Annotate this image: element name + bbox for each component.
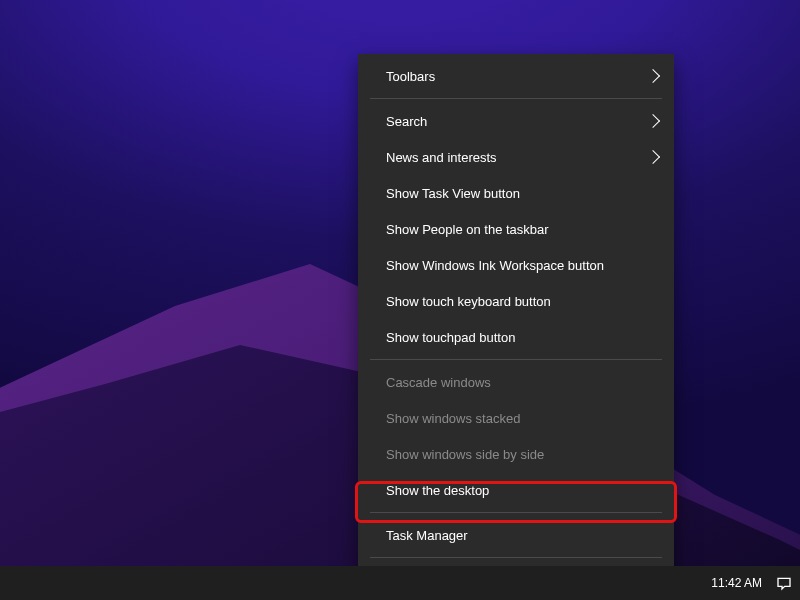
action-center-icon[interactable] [776, 575, 792, 591]
menu-item-show-ink-workspace[interactable]: Show Windows Ink Workspace button [358, 247, 674, 283]
taskbar[interactable]: 11:42 AM [0, 566, 800, 600]
menu-item-label: Show People on the taskbar [386, 222, 660, 237]
menu-item-show-people[interactable]: Show People on the taskbar [358, 211, 674, 247]
chevron-right-icon [646, 69, 660, 83]
menu-item-label: Show Task View button [386, 186, 660, 201]
menu-item-label: Toolbars [386, 69, 648, 84]
menu-item-show-stacked: Show windows stacked [358, 400, 674, 436]
menu-item-task-manager[interactable]: Task Manager [358, 517, 674, 553]
menu-item-label: Show touchpad button [386, 330, 660, 345]
menu-item-label: Show touch keyboard button [386, 294, 660, 309]
menu-separator [370, 512, 662, 513]
menu-item-cascade-windows: Cascade windows [358, 364, 674, 400]
menu-item-label: Show the desktop [386, 483, 660, 498]
menu-item-label: Show windows stacked [386, 411, 660, 426]
menu-item-show-touch-keyboard[interactable]: Show touch keyboard button [358, 283, 674, 319]
menu-item-label: News and interests [386, 150, 648, 165]
menu-item-label: Task Manager [386, 528, 660, 543]
chevron-right-icon [646, 150, 660, 164]
menu-item-label: Search [386, 114, 648, 129]
menu-item-show-task-view[interactable]: Show Task View button [358, 175, 674, 211]
menu-separator [370, 98, 662, 99]
menu-item-label: Cascade windows [386, 375, 660, 390]
menu-separator [370, 359, 662, 360]
taskbar-context-menu: Toolbars Search News and interests Show … [358, 54, 674, 600]
menu-item-show-touchpad[interactable]: Show touchpad button [358, 319, 674, 355]
menu-separator [370, 557, 662, 558]
menu-item-show-desktop[interactable]: Show the desktop [358, 472, 674, 508]
menu-item-side-by-side: Show windows side by side [358, 436, 674, 472]
menu-item-toolbars[interactable]: Toolbars [358, 58, 674, 94]
chevron-right-icon [646, 114, 660, 128]
taskbar-clock[interactable]: 11:42 AM [711, 576, 762, 590]
menu-item-news-and-interests[interactable]: News and interests [358, 139, 674, 175]
desktop[interactable]: Toolbars Search News and interests Show … [0, 0, 800, 600]
menu-item-search[interactable]: Search [358, 103, 674, 139]
menu-item-label: Show Windows Ink Workspace button [386, 258, 660, 273]
menu-item-label: Show windows side by side [386, 447, 660, 462]
